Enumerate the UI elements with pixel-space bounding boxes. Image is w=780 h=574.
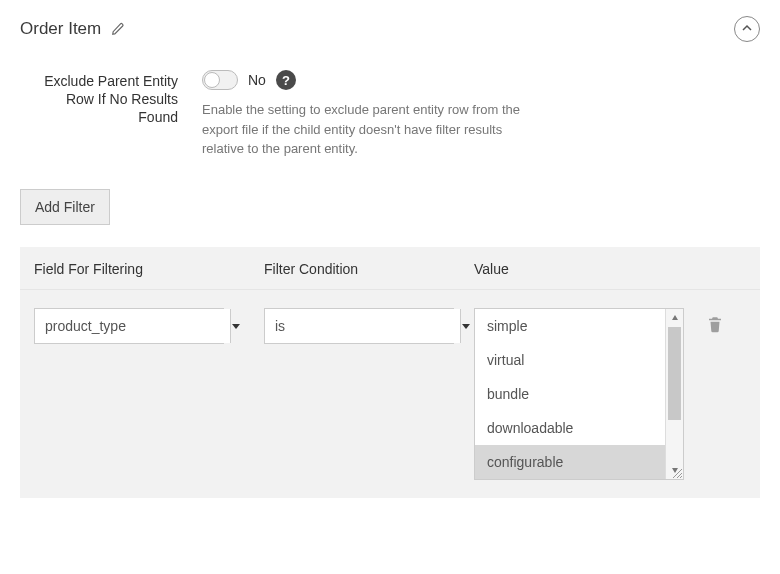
pencil-icon[interactable] — [111, 22, 125, 36]
exclude-parent-toggle[interactable] — [202, 70, 238, 90]
value-option[interactable]: bundle — [475, 377, 665, 411]
svg-marker-0 — [232, 324, 240, 329]
scroll-thumb[interactable] — [668, 327, 681, 421]
scroll-up-icon[interactable] — [666, 309, 683, 327]
col-header-field: Field For Filtering — [34, 261, 244, 277]
help-icon[interactable]: ? — [276, 70, 296, 90]
filters-header-row: Field For Filtering Filter Condition Val… — [20, 247, 760, 290]
field-dropdown[interactable] — [34, 308, 224, 344]
svg-marker-2 — [672, 315, 678, 320]
exclude-parent-value: No — [248, 72, 266, 88]
exclude-parent-label: Exclude Parent Entity Row If No Results … — [34, 70, 202, 127]
section-title: Order Item — [20, 19, 101, 39]
filter-row: simple virtual bundle downloadable confi… — [20, 290, 760, 498]
value-scrollbar[interactable] — [665, 309, 683, 479]
cell-actions — [706, 308, 746, 337]
cell-field — [34, 308, 244, 344]
value-listbox[interactable]: simple virtual bundle downloadable confi… — [474, 308, 684, 480]
value-options[interactable]: simple virtual bundle downloadable confi… — [475, 309, 665, 479]
cell-value: simple virtual bundle downloadable confi… — [454, 308, 706, 480]
toggle-knob — [204, 72, 220, 88]
condition-dropdown[interactable] — [264, 308, 454, 344]
exclude-parent-setting: Exclude Parent Entity Row If No Results … — [34, 70, 760, 159]
col-header-condition: Filter Condition — [244, 261, 454, 277]
field-dropdown-input[interactable] — [35, 309, 230, 343]
col-header-value: Value — [454, 261, 706, 277]
condition-dropdown-input[interactable] — [265, 309, 460, 343]
value-option[interactable]: downloadable — [475, 411, 665, 445]
section-title-wrap: Order Item — [20, 19, 125, 39]
filters-table: Field For Filtering Filter Condition Val… — [20, 247, 760, 498]
value-option[interactable]: simple — [475, 309, 665, 343]
value-option-selected[interactable]: configurable — [475, 445, 665, 479]
cell-condition — [244, 308, 454, 344]
exclude-parent-control: No ? Enable the setting to exclude paren… — [202, 70, 760, 159]
section-header: Order Item — [20, 16, 760, 42]
add-filter-button[interactable]: Add Filter — [20, 189, 110, 225]
svg-line-6 — [680, 476, 682, 478]
exclude-parent-description: Enable the setting to exclude parent ent… — [202, 100, 522, 159]
trash-icon[interactable] — [706, 314, 746, 337]
chevron-down-icon[interactable] — [230, 309, 241, 343]
resize-grip-icon[interactable] — [669, 465, 683, 479]
value-option[interactable]: virtual — [475, 343, 665, 377]
collapse-toggle[interactable] — [734, 16, 760, 42]
toggle-row: No ? — [202, 70, 760, 90]
scroll-track[interactable] — [666, 327, 683, 461]
